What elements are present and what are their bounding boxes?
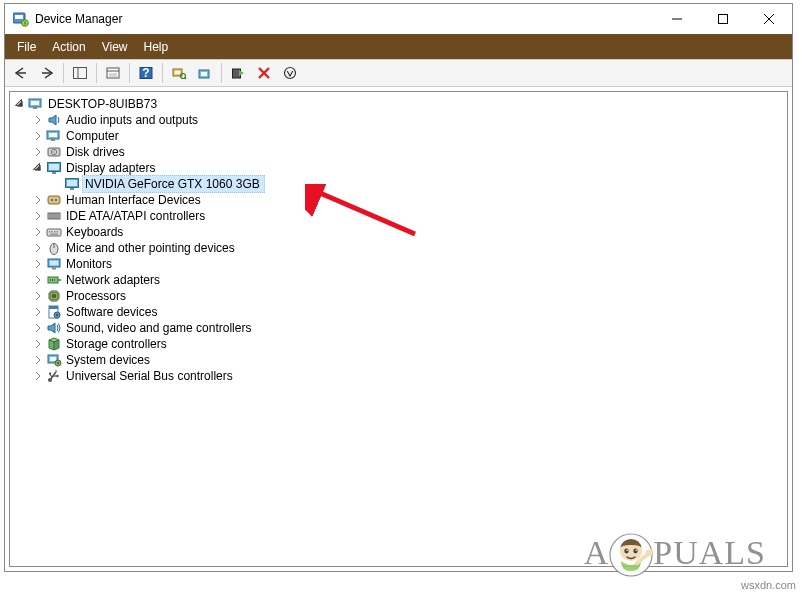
update-driver-button[interactable] <box>193 62 217 84</box>
tree-expander-icon[interactable] <box>30 272 46 288</box>
svg-rect-40 <box>70 188 74 190</box>
svg-rect-88 <box>57 362 59 364</box>
menu-action[interactable]: Action <box>44 36 93 58</box>
tree-expander-icon[interactable] <box>30 128 46 144</box>
svg-rect-63 <box>50 279 51 281</box>
ide-icon <box>46 208 62 224</box>
svg-rect-30 <box>49 133 57 137</box>
tree-category[interactable]: System devices <box>10 352 787 368</box>
storage-icon <box>46 336 62 352</box>
usb-icon <box>46 368 62 384</box>
cpu-icon <box>46 288 62 304</box>
window-controls <box>654 4 792 34</box>
tree-category-label: Computer <box>64 128 121 144</box>
tree-category[interactable]: Display adapters <box>10 160 787 176</box>
svg-rect-86 <box>50 357 56 361</box>
svg-rect-64 <box>52 279 53 281</box>
tree-category-label: Display adapters <box>64 160 157 176</box>
tree-expander-icon[interactable] <box>30 288 46 304</box>
computer-icon <box>28 96 44 112</box>
svg-rect-3 <box>24 22 25 25</box>
minimize-button[interactable] <box>654 4 700 34</box>
tree-category[interactable]: Keyboards <box>10 224 787 240</box>
tree-expander-icon[interactable] <box>30 240 46 256</box>
keyboard-icon <box>46 224 62 240</box>
menubar: File Action View Help <box>5 34 792 59</box>
computer-icon <box>46 128 62 144</box>
tree-category-label: Disk drives <box>64 144 127 160</box>
tree-category[interactable]: Monitors <box>10 256 787 272</box>
tree-expander-icon[interactable] <box>30 224 46 240</box>
toolbar-separator <box>96 63 97 83</box>
menu-view[interactable]: View <box>94 36 136 58</box>
tree-expander-icon[interactable] <box>30 368 46 384</box>
svg-line-93 <box>50 374 52 378</box>
tree-expander-icon[interactable] <box>30 192 46 208</box>
tree-category[interactable]: Computer <box>10 128 787 144</box>
tree-category[interactable]: Mice and other pointing devices <box>10 240 787 256</box>
svg-point-92 <box>56 375 58 377</box>
tree-root[interactable]: DESKTOP-8UIBB73 <box>10 96 787 112</box>
system-icon <box>46 352 62 368</box>
device-tree[interactable]: DESKTOP-8UIBB73Audio inputs and outputsC… <box>9 91 788 567</box>
footer-text: wsxdn.com <box>741 579 796 591</box>
tree-category[interactable]: Sound, video and game controllers <box>10 320 787 336</box>
tree-expander-icon[interactable] <box>30 304 46 320</box>
svg-rect-8 <box>74 68 87 79</box>
toolbar-separator <box>129 63 130 83</box>
tree-device[interactable]: NVIDIA GeForce GTX 1060 3GB <box>10 176 787 192</box>
tree-category[interactable]: Universal Serial Bus controllers <box>10 368 787 384</box>
tree-category[interactable]: Processors <box>10 288 787 304</box>
svg-rect-5 <box>719 15 728 24</box>
tree-expander-icon[interactable] <box>30 352 46 368</box>
tree-expander-icon[interactable] <box>30 208 46 224</box>
svg-rect-1 <box>15 15 23 19</box>
maximize-button[interactable] <box>700 4 746 34</box>
tree-expander-icon[interactable] <box>30 256 46 272</box>
tree-category[interactable]: Network adapters <box>10 272 787 288</box>
back-button[interactable] <box>9 62 33 84</box>
close-button[interactable] <box>746 4 792 34</box>
tree-expander-icon[interactable] <box>12 96 28 112</box>
help-button[interactable]: ? <box>134 62 158 84</box>
svg-rect-27 <box>31 101 39 105</box>
scan-hardware-button[interactable] <box>167 62 191 84</box>
svg-rect-41 <box>48 196 60 204</box>
tree-expander-icon[interactable] <box>30 336 46 352</box>
toolbar-separator <box>162 63 163 83</box>
menu-file[interactable]: File <box>9 36 44 58</box>
tree-category-label: Monitors <box>64 256 114 272</box>
disable-device-button[interactable] <box>278 62 302 84</box>
tree-category[interactable]: Software devices <box>10 304 787 320</box>
svg-rect-84 <box>56 314 59 315</box>
show-hide-tree-button[interactable] <box>68 62 92 84</box>
properties-button[interactable] <box>101 62 125 84</box>
tree-category[interactable]: Storage controllers <box>10 336 787 352</box>
svg-point-100 <box>627 550 629 552</box>
tree-expander-icon[interactable] <box>30 160 46 176</box>
hid-icon <box>46 192 62 208</box>
tree-category[interactable]: IDE ATA/ATAPI controllers <box>10 208 787 224</box>
svg-point-34 <box>53 151 55 153</box>
toolbar: ? <box>5 59 792 87</box>
tree-category[interactable]: Disk drives <box>10 144 787 160</box>
uninstall-device-button[interactable] <box>252 62 276 84</box>
svg-rect-81 <box>49 306 58 309</box>
tree-expander-icon[interactable] <box>30 112 46 128</box>
software-icon <box>46 304 62 320</box>
tree-expander-icon[interactable] <box>30 320 46 336</box>
app-icon <box>13 11 29 27</box>
watermark-pre: A <box>584 534 610 571</box>
tree-expander-icon[interactable] <box>30 144 46 160</box>
tree-category-label: Processors <box>64 288 128 304</box>
svg-rect-59 <box>50 261 59 266</box>
tree-category-label: Mice and other pointing devices <box>64 240 237 256</box>
forward-button[interactable] <box>35 62 59 84</box>
tree-category[interactable]: Audio inputs and outputs <box>10 112 787 128</box>
enable-device-button[interactable] <box>226 62 250 84</box>
tree-category[interactable]: Human Interface Devices <box>10 192 787 208</box>
svg-text:?: ? <box>142 66 149 80</box>
svg-rect-21 <box>201 72 207 76</box>
menu-help[interactable]: Help <box>136 36 177 58</box>
device-manager-window: Device Manager File Action View Help <box>4 3 793 572</box>
